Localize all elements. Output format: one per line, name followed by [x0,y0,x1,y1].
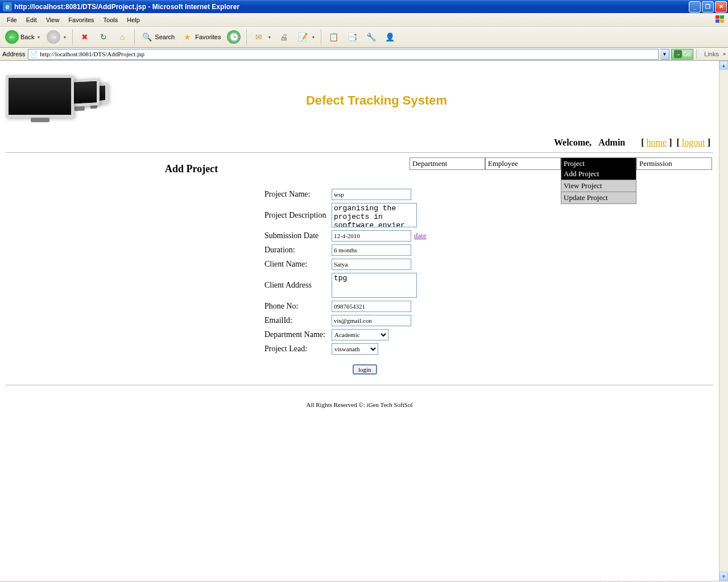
menu-file[interactable]: File [2,15,22,25]
history-button[interactable]: 🕒 [225,28,243,45]
scroll-up-button[interactable]: ▲ [719,61,728,70]
add-project-form: Project Name: Project Description organi… [264,189,713,375]
project-desc-textarea[interactable]: organising the projects in sopftware env… [332,203,417,227]
separator [696,49,697,59]
dept-name-label: Department Name: [264,330,332,339]
email-input[interactable] [332,315,411,326]
nav-department[interactable]: Department [410,157,485,170]
separator [321,29,321,45]
messenger-button[interactable]: 👤 [381,29,398,45]
discuss-button[interactable]: 📋 [325,29,342,45]
menu-bar: File Edit View Favorites Tools Help [0,13,728,27]
history-icon: 🕒 [227,30,241,44]
project-name-input[interactable] [332,189,411,200]
logo-image [6,72,108,129]
menu-favorites[interactable]: Favorites [64,15,98,25]
welcome-bar: Welcome, Admin [ home ] [ logout ] [6,135,713,152]
minimize-button[interactable]: _ [689,1,701,13]
forward-button[interactable]: → ▼ [44,28,69,45]
windows-flag-icon [714,14,726,24]
vertical-scrollbar[interactable]: ▲ ▼ [719,61,728,581]
url-input[interactable] [40,51,656,57]
menu-view[interactable]: View [42,15,64,25]
client-name-input[interactable] [332,259,411,270]
menu-tools[interactable]: Tools [99,15,123,25]
mail-button[interactable]: ✉▼ [250,29,274,45]
chevron-down-icon: ▼ [311,35,315,39]
phone-input[interactable] [332,301,411,312]
print-button[interactable]: 🖨 [275,29,292,45]
search-label: Search [155,34,175,40]
phone-label: Phone No: [264,302,332,311]
url-field-container: 📄 [28,49,659,60]
messenger-icon: 👤 [383,31,396,43]
nav-permission[interactable]: Permission [636,157,712,170]
research-icon: 📑 [346,31,358,43]
login-button[interactable]: login [353,364,377,375]
back-button[interactable]: ← Back ▼ [3,28,43,45]
duration-input[interactable] [332,244,411,256]
home-link[interactable]: home [647,138,667,147]
logout-link[interactable]: logout [682,138,705,147]
tool-button[interactable]: 🔧 [362,29,379,45]
favorites-button[interactable]: ★ Favorites [179,29,223,45]
main-content: Add Project Department Employee Project … [6,153,713,379]
go-button[interactable]: →Go [671,49,693,60]
app-title: Defect Tracking System [40,93,713,108]
close-button[interactable]: ✕ [715,1,727,13]
svg-rect-2 [715,19,719,23]
chevron-right-icon: » [723,51,726,57]
window-title: http://localhost:8081/DTS/AddProject.jsp… [14,3,689,11]
footer-text: All Rights Reserved ©: iGen Tech SoftSol [6,385,713,424]
client-address-label: Client Address [264,281,332,290]
project-lead-label: Project Lead: [264,344,332,354]
svg-rect-3 [720,19,724,23]
submission-date-label: Submission Date [264,231,332,240]
separator [134,29,135,45]
project-submenu: Add Project View Project Update Project [561,168,636,204]
email-label: EmailId: [264,316,332,325]
back-icon: ← [5,30,19,44]
edit-button[interactable]: 📝▼ [294,29,317,45]
client-address-textarea[interactable]: tpg [332,273,417,298]
print-icon: 🖨 [278,31,290,43]
separator [246,29,247,45]
submenu-update-project[interactable]: Update Project [561,192,636,204]
scroll-down-button[interactable]: ▼ [719,572,728,581]
nav-employee[interactable]: Employee [485,157,561,170]
star-icon: ★ [181,31,193,43]
page-icon: 📄 [30,51,38,58]
edit-icon: 📝 [296,31,309,43]
links-label[interactable]: Links [702,51,721,57]
viewport: Defect Tracking System Welcome, Admin [ … [0,61,728,581]
project-desc-label: Project Description [264,211,332,220]
submenu-view-project[interactable]: View Project [561,180,636,192]
menu-edit[interactable]: Edit [22,15,42,25]
submenu-add-project[interactable]: Add Project [561,168,636,180]
maximize-button[interactable]: ❐ [702,1,714,13]
address-label: Address [2,51,25,57]
dept-name-select[interactable]: Academic [332,329,388,340]
address-bar: Address 📄 ▼ →Go Links » [0,48,728,61]
url-dropdown[interactable]: ▼ [660,49,669,60]
home-button[interactable]: ⌂ [114,29,131,45]
project-lead-select[interactable]: viswanath [332,343,378,355]
date-link[interactable]: date [414,231,427,240]
search-button[interactable]: 🔍 Search [138,29,177,45]
research-button[interactable]: 📑 [344,29,361,45]
go-arrow-icon: → [674,50,682,58]
stop-icon: ✖ [78,31,91,43]
menu-help[interactable]: Help [122,15,144,25]
stop-button[interactable]: ✖ [76,29,93,45]
home-icon: ⌂ [116,31,129,43]
svg-rect-1 [720,15,724,19]
toolbar: ← Back ▼ → ▼ ✖ ↻ ⌂ 🔍 Search ★ Favorites … [0,27,728,48]
project-name-label: Project Name: [264,190,332,199]
refresh-button[interactable]: ↻ [95,29,112,45]
separator [72,29,73,45]
duration-label: Duration: [264,246,332,255]
submission-date-input[interactable] [332,230,411,242]
user-name: Admin [598,138,625,147]
ie-icon: e [3,2,12,11]
chevron-down-icon: ▼ [267,35,271,39]
